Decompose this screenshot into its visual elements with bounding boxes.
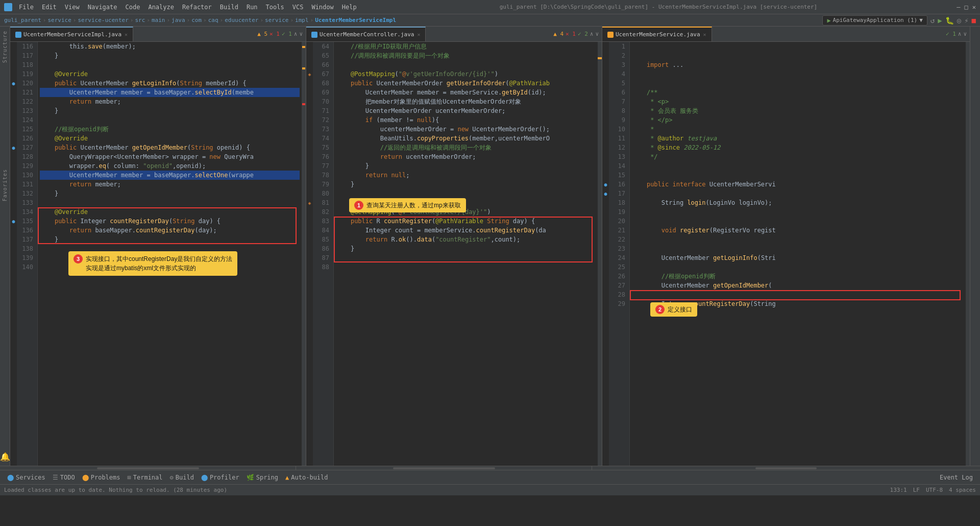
breadcrumb-part-2[interactable]: service-ucenter [78, 17, 128, 23]
build-icon: ⚙ [170, 474, 174, 481]
pane1-line-numbers: 116117118119 120121122123 124125126127 1… [17, 42, 38, 466]
breadcrumb-sep-2: › [130, 17, 134, 23]
menu-run[interactable]: Run [243, 3, 261, 12]
pane2-tab-active[interactable]: UcenterMemberController.java ✕ [306, 27, 426, 41]
pane2-tab-icon [311, 32, 317, 38]
breadcrumb-part-8[interactable]: eduucenter [225, 17, 258, 23]
toolbar-build[interactable]: ⚙ Build [167, 473, 197, 482]
annotation1-text: 查询某天注册人数，通过mp来获取 [366, 201, 461, 210]
breadcrumb-part-1[interactable]: service [47, 17, 71, 23]
services-label: Services [16, 474, 45, 481]
run-config-selector[interactable]: ▶ ApiGatewayApplication (1) ▼ [822, 15, 927, 26]
pane3-tab-close[interactable]: ✕ [703, 32, 706, 37]
pane3-scroll-up[interactable]: ∧ [958, 31, 962, 37]
pane2-line-numbers: 64656667 68697071 72737475 76777879 8081… [313, 42, 334, 466]
pane1-tab-active[interactable]: UcenterMemberServiceImpl.java ✕ [10, 27, 133, 41]
run-button[interactable]: ▶ [938, 16, 942, 25]
menu-help[interactable]: Help [338, 3, 360, 12]
pane3-scroll-down[interactable]: ∨ [963, 31, 967, 37]
pane3-line-numbers: 12345 678910 1112131415 1617181920 21222… [609, 42, 630, 466]
breadcrumb-part-3[interactable]: src [135, 17, 145, 23]
pane1-scroll-up[interactable]: ∧ [294, 31, 298, 37]
breadcrumb-part-5[interactable]: java [172, 17, 185, 23]
annotation3-text: 实现接口，其中countRegisterDay是我们自定义的方法实现是通过myb… [86, 254, 232, 273]
menu-refactor[interactable]: Refactor [179, 3, 215, 12]
event-log-label: Event Log [940, 474, 973, 481]
breadcrumb-part-11[interactable]: UcenterMemberServiceImpl [315, 17, 396, 23]
structure-tab[interactable]: Structure [2, 31, 8, 63]
event-log-button[interactable]: Event Log [937, 473, 976, 482]
status-message: Loaded classes are up to date. Nothing t… [4, 487, 227, 493]
pane1-tab-close[interactable]: ✕ [125, 32, 128, 37]
breadcrumb-sep-8: › [260, 17, 263, 23]
pane2-error-stripe [598, 42, 602, 466]
profile-button[interactable]: ⚡ [964, 16, 968, 25]
toolbar-profiler[interactable]: ⬤ Profiler [198, 473, 242, 482]
breadcrumb-sep-10: › [310, 17, 314, 23]
breadcrumb-sep-3: › [146, 17, 150, 23]
toolbar-services[interactable]: ⬤ Services [4, 473, 48, 482]
status-bar: Loaded classes are up to date. Nothing t… [0, 484, 980, 495]
menu-file[interactable]: File [15, 3, 37, 12]
toolbar-spring[interactable]: 🌿 Spring [243, 473, 281, 482]
breadcrumb-part-10[interactable]: impl [295, 17, 309, 23]
pane1-tab-bar: UcenterMemberServiceImpl.java ✕ ▲ 5 ✕ 1 … [10, 27, 306, 42]
run-config-icon: ▶ [827, 17, 830, 24]
breadcrumb-sep-6: › [203, 17, 207, 23]
menu-bar: File Edit View Navigate Code Analyze Ref… [15, 3, 360, 12]
menu-analyze[interactable]: Analyze [144, 3, 178, 12]
pane2-err-count: ✕ 1 [566, 31, 576, 37]
pane1-scroll-down[interactable]: ∨ [299, 31, 303, 37]
minimize-button[interactable]: — [957, 4, 960, 11]
menu-window[interactable]: Window [308, 3, 337, 12]
problems-label: Problems [91, 474, 120, 481]
coverage-button[interactable]: ◎ [957, 16, 961, 25]
menu-navigate[interactable]: Navigate [84, 3, 121, 12]
pane2-tab-close[interactable]: ✕ [417, 32, 420, 37]
window-title: guli_parent [D:\Code\SpringCode\guli_par… [500, 4, 818, 10]
pane2-scroll-up[interactable]: ∧ [590, 31, 594, 37]
window-controls: — □ ✕ [957, 4, 976, 11]
maximize-button[interactable]: □ [965, 4, 968, 11]
menu-tools[interactable]: Tools [262, 3, 288, 12]
annotation3-num: 3 [74, 254, 83, 264]
profiler-icon: ⬤ [201, 474, 208, 481]
toolbar-todo[interactable]: ☰ TODO [50, 473, 78, 482]
close-button[interactable]: ✕ [972, 4, 976, 11]
auto-build-icon: ▲ [285, 474, 289, 481]
notification-icon[interactable]: 🔔 [0, 452, 10, 462]
stop-button[interactable]: ■ [972, 16, 976, 25]
favorites-tab[interactable]: Favorites [2, 169, 8, 201]
pane3-check-count: ✓ 1 [946, 31, 956, 37]
breadcrumb-sep-5: › [187, 17, 190, 23]
breadcrumb-sep-9: › [290, 17, 293, 23]
breadcrumb-part-9[interactable]: service [265, 17, 288, 23]
menu-build[interactable]: Build [216, 3, 242, 12]
annotation1-num: 1 [354, 201, 363, 210]
menu-view[interactable]: View [61, 3, 83, 12]
breadcrumb-part-6[interactable]: com [191, 17, 202, 23]
breadcrumb-part-4[interactable]: main [152, 17, 165, 23]
toolbar-auto-build[interactable]: ▲ Auto-build [282, 473, 331, 482]
toolbar-problems[interactable]: ⬤ Problems [79, 473, 124, 482]
pane3-tab-active[interactable]: UcenterMemberService.java ✕ [602, 27, 712, 41]
pane2-scroll-down[interactable]: ∨ [595, 31, 599, 37]
toolbar-terminal[interactable]: ⊞ Terminal [125, 473, 166, 482]
pane1-error-stripe [302, 42, 306, 466]
spring-label: Spring [256, 474, 278, 481]
debug-button[interactable]: 🐛 [945, 16, 954, 25]
pane3-gutter: ● ● [602, 42, 609, 466]
refresh-button[interactable]: ↺ [930, 16, 935, 25]
pane3-code: import ... /** * <p> * 会员表 服务类 * </p> * … [630, 42, 966, 466]
menu-code[interactable]: Code [122, 3, 144, 12]
breadcrumb-part-7[interactable]: caq [208, 17, 218, 23]
breadcrumb-sep-7: › [220, 17, 224, 23]
pane3-tab-actions: ✓ 1 ∧ ∨ [946, 27, 970, 41]
left-sidebar-strip: Structure Favorites 🔔 [0, 27, 10, 466]
menu-vcs[interactable]: VCS [289, 3, 307, 12]
menu-edit[interactable]: Edit [38, 3, 60, 12]
todo-label: TODO [60, 474, 75, 481]
pane1-gutter: ● ● ● [10, 42, 17, 466]
breadcrumb-part-0[interactable]: guli_parent [4, 17, 41, 23]
terminal-icon: ⊞ [128, 474, 131, 481]
